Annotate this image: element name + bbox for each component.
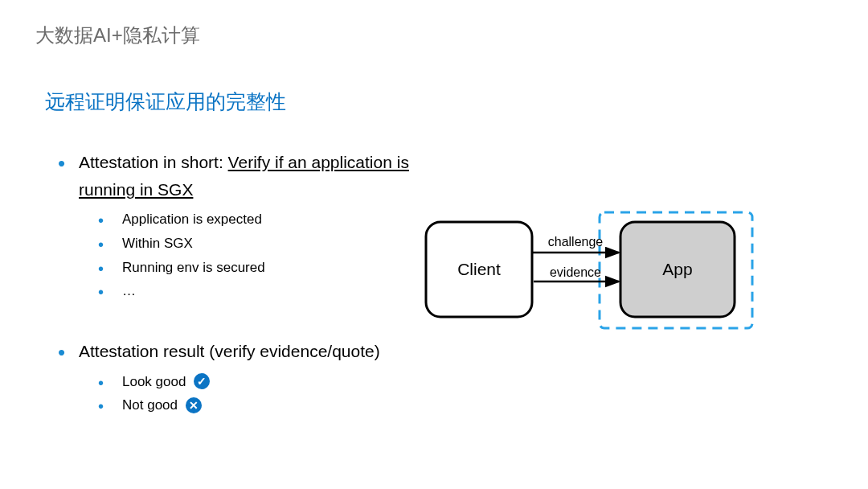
bullet-main-2: Attestation result (verify evidence/quot…	[58, 338, 460, 365]
app-label: App	[662, 260, 692, 278]
cross-icon: ✕	[186, 397, 202, 413]
section-attestation: Attestation in short: Verify if an appli…	[58, 149, 444, 303]
slide-title: 远程证明保证应用的完整性	[45, 88, 286, 115]
page-header: 大数据AI+隐私计算	[35, 23, 200, 48]
bullet-main-1-lead: Attestation in short:	[79, 153, 228, 171]
client-label: Client	[457, 260, 501, 278]
sub-bullet: Running env is secured	[98, 256, 444, 280]
sub-bullet: …	[98, 279, 444, 303]
evidence-label: evidence	[550, 265, 601, 279]
section-result: Attestation result (verify evidence/quot…	[58, 338, 460, 417]
result-label: Look good	[122, 370, 186, 394]
attestation-diagram: Client App challenge evidence	[418, 211, 755, 331]
result-label: Not good	[122, 393, 178, 417]
sub-bullet-result: Look good ✓	[98, 370, 460, 394]
sub-bullet-result: Not good ✕	[98, 393, 460, 417]
challenge-label: challenge	[548, 235, 604, 249]
sub-bullet: Application is expected	[98, 208, 444, 232]
sub-bullet: Within SGX	[98, 232, 444, 256]
bullet-main-1: Attestation in short: Verify if an appli…	[58, 149, 444, 203]
check-icon: ✓	[194, 373, 210, 389]
